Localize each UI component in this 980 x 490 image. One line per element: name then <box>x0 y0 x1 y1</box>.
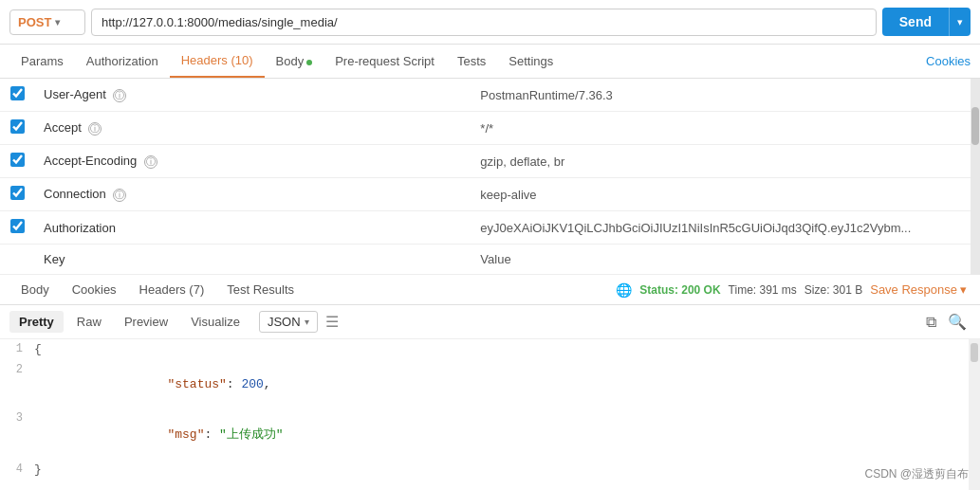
format-bar: Pretty Raw Preview Visualize JSON ▾ ☰ ⧉ … <box>0 305 980 339</box>
row5-checkbox[interactable] <box>10 219 25 233</box>
code-line-1: 1 { <box>0 339 969 360</box>
user-agent-info-icon: ⓘ <box>113 89 126 102</box>
method-label: POST <box>18 15 51 29</box>
response-tabs-bar: Body Cookies Headers (7) Test Results 🌐 … <box>0 275 980 305</box>
tab-body[interactable]: Body <box>265 45 324 77</box>
scrollbar-thumb <box>971 107 979 145</box>
tab-headers[interactable]: Headers (10) <box>170 45 265 78</box>
code-scrollbar[interactable] <box>969 339 980 490</box>
response-section: Body Cookies Headers (7) Test Results 🌐 … <box>0 275 980 490</box>
table-row-empty: Key Value <box>0 245 971 275</box>
format-select-dropdown[interactable]: JSON ▾ <box>259 311 318 333</box>
headers-section: User-Agent ⓘ PostmanRuntime/7.36.3 Accep… <box>0 79 980 275</box>
save-response-button[interactable]: Save Response ▾ <box>870 282 967 297</box>
code-line-2: 2 "status": 200, <box>0 360 969 408</box>
new-value-cell[interactable]: Value <box>471 245 971 275</box>
new-key-cell[interactable]: Key <box>34 245 471 275</box>
row2-key: Accept ⓘ <box>34 112 471 145</box>
row5-value: eyJ0eXAiOiJKV1QiLCJhbGciOiJIUzI1NiIsInR5… <box>471 211 971 245</box>
row4-value: keep-alive <box>471 178 971 211</box>
resp-tab-body[interactable]: Body <box>9 275 61 304</box>
row3-checkbox[interactable] <box>10 153 25 167</box>
method-chevron-icon: ▾ <box>55 17 60 27</box>
response-time: Time: 391 ms <box>729 283 797 297</box>
response-status-bar: 🌐 Status: 200 OK Time: 391 ms Size: 301 … <box>305 282 971 298</box>
headers-scrollbar[interactable] <box>971 79 980 275</box>
tab-tests[interactable]: Tests <box>446 45 497 77</box>
save-response-chevron-icon: ▾ <box>960 282 967 297</box>
tab-authorization[interactable]: Authorization <box>75 45 170 77</box>
resp-tab-headers[interactable]: Headers (7) <box>128 275 216 304</box>
row3-value: gzip, deflate, br <box>471 145 971 178</box>
table-row: Accept ⓘ */* <box>0 112 971 145</box>
code-line-3: 3 "msg": "上传成功" <box>0 408 969 460</box>
filter-icon[interactable]: ☰ <box>325 313 339 331</box>
request-bar: POST ▾ Send ▾ <box>0 0 980 45</box>
format-select-chevron-icon: ▾ <box>305 317 309 327</box>
row2-value: */* <box>471 112 971 145</box>
row1-value: PostmanRuntime/7.36.3 <box>471 79 971 112</box>
row4-key: Connection ⓘ <box>34 178 471 211</box>
fmt-tab-raw[interactable]: Raw <box>67 311 111 333</box>
globe-icon: 🌐 <box>616 282 632 298</box>
response-size: Size: 301 B <box>804 283 862 297</box>
fmt-tab-pretty[interactable]: Pretty <box>9 311 64 333</box>
code-area: 1 { 2 "status": 200, 3 "msg": "上传成功" <box>0 339 969 490</box>
search-icon[interactable]: 🔍 <box>944 311 971 333</box>
row1-key: User-Agent ⓘ <box>34 79 471 112</box>
request-tabs: Params Authorization Headers (10) Body P… <box>0 45 980 79</box>
send-button-group: Send ▾ <box>882 8 971 36</box>
accept-encoding-info-icon: ⓘ <box>144 155 157 169</box>
code-wrapper: 1 { 2 "status": 200, 3 "msg": "上传成功" <box>0 339 980 490</box>
tab-settings[interactable]: Settings <box>497 45 564 77</box>
tab-pre-request-script[interactable]: Pre-request Script <box>324 45 446 77</box>
watermark: CSDN @湿透剪自布 <box>864 466 969 482</box>
tab-params[interactable]: Params <box>9 45 75 77</box>
headers-table: User-Agent ⓘ PostmanRuntime/7.36.3 Accep… <box>0 79 971 275</box>
fmt-tab-preview[interactable]: Preview <box>115 311 177 333</box>
table-row: Connection ⓘ keep-alive <box>0 178 971 211</box>
url-input[interactable] <box>91 9 877 36</box>
status-badge: Status: 200 OK <box>639 283 720 297</box>
row4-checkbox[interactable] <box>10 186 25 200</box>
table-row: Authorization eyJ0eXAiOiJKV1QiLCJhbGciOi… <box>0 211 971 245</box>
resp-tab-test-results[interactable]: Test Results <box>215 275 305 304</box>
method-dropdown[interactable]: POST ▾ <box>9 9 85 35</box>
copy-icon[interactable]: ⧉ <box>922 312 940 333</box>
cookies-link[interactable]: Cookies <box>926 45 971 77</box>
table-row: User-Agent ⓘ PostmanRuntime/7.36.3 <box>0 79 971 112</box>
resp-tab-cookies[interactable]: Cookies <box>61 275 128 304</box>
row3-key: Accept-Encoding ⓘ <box>34 145 471 178</box>
code-scrollbar-thumb <box>971 343 978 362</box>
code-line-4: 4 } <box>0 460 969 481</box>
send-button[interactable]: Send <box>882 8 949 36</box>
accept-info-icon: ⓘ <box>88 122 102 136</box>
app-window: POST ▾ Send ▾ Params Authorization Heade… <box>0 0 980 490</box>
row2-checkbox[interactable] <box>10 119 25 134</box>
fmt-tab-visualize[interactable]: Visualize <box>181 311 250 333</box>
send-arrow-button[interactable]: ▾ <box>949 8 971 36</box>
connection-info-icon: ⓘ <box>113 189 126 202</box>
table-row: Accept-Encoding ⓘ gzip, deflate, br <box>0 145 971 178</box>
row5-key: Authorization <box>34 211 471 245</box>
row1-checkbox[interactable] <box>10 86 25 100</box>
